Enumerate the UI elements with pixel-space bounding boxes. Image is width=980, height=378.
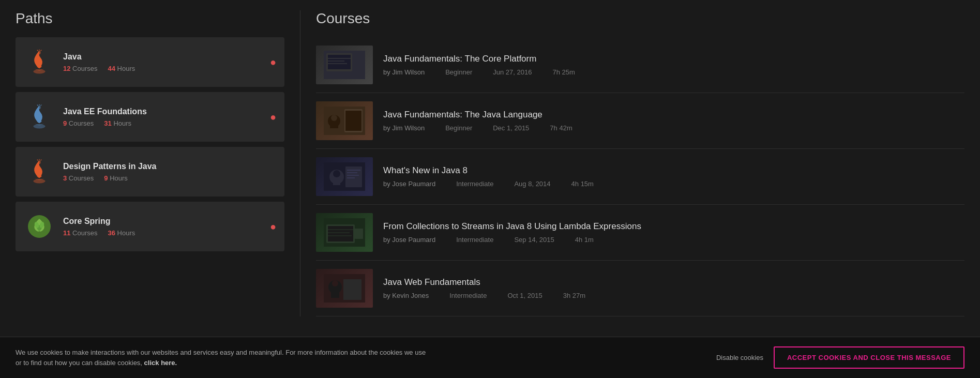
svg-line-8 [37, 105, 38, 106]
course-thumbnail-java3 [316, 157, 373, 196]
svg-point-6 [38, 105, 41, 109]
svg-line-14 [41, 160, 42, 161]
svg-point-1 [38, 51, 41, 54]
course-info-java3: What's New in Java 8 by Jose Paumard Int… [383, 165, 964, 188]
javaee-path-name: Java EE Foundations [63, 107, 270, 116]
path-item-core-spring[interactable]: Core Spring 11 Courses 36 Hours ● [16, 202, 284, 251]
svg-rect-20 [328, 55, 351, 69]
svg-point-48 [332, 280, 338, 286]
svg-rect-33 [333, 180, 340, 185]
course-info-java5: Java Web Fundamentals by Kevin Jones Int… [383, 277, 964, 299]
course-thumbnail-java5 [316, 269, 373, 308]
core-spring-path-meta: 11 Courses 36 Hours [63, 229, 270, 237]
java-path-bookmark[interactable]: ● [270, 56, 276, 68]
svg-rect-50 [343, 279, 361, 300]
svg-rect-26 [345, 111, 361, 131]
cookie-actions: Disable cookies ACCEPT COOKIES AND CLOSE… [716, 346, 964, 369]
svg-line-9 [41, 105, 42, 106]
design-patterns-path-meta: 3 Courses 9 Hours [63, 174, 276, 182]
design-patterns-path-name: Design Patterns in Java [63, 162, 276, 171]
design-patterns-path-icon [24, 156, 55, 187]
course-title-java5: Java Web Fundamentals [383, 277, 964, 288]
courses-panel: Courses Java Fundamentals: The Core Plat… [300, 10, 980, 316]
svg-rect-45 [355, 229, 363, 239]
course-title-java4: From Collections to Streams in Java 8 Us… [383, 221, 964, 232]
course-title-java1: Java Fundamentals: The Core Platform [383, 54, 964, 64]
cookie-link[interactable]: click here. [144, 359, 177, 367]
course-info-java4: From Collections to Streams in Java 8 Us… [383, 221, 964, 244]
cookie-text: We use cookies to make interactions with… [16, 347, 429, 368]
paths-panel: Paths Java 12 Courses 44 [0, 10, 300, 316]
svg-point-32 [333, 170, 340, 177]
course-info-java2: Java Fundamentals: The Java Language by … [383, 110, 964, 132]
courses-section-title: Courses [316, 10, 964, 27]
core-spring-path-bookmark[interactable]: ● [270, 221, 276, 233]
cookie-banner: We use cookies to make interactions with… [0, 337, 980, 378]
course-thumbnail-java4 [316, 213, 373, 252]
svg-point-11 [38, 160, 41, 164]
core-spring-path-icon [24, 211, 55, 242]
javaee-path-icon [24, 101, 55, 132]
course-item-java-fundamentals-core[interactable]: Java Fundamentals: The Core Platform by … [316, 37, 964, 93]
javaee-path-meta: 9 Courses 31 Hours [63, 119, 270, 127]
svg-rect-41 [328, 226, 353, 241]
course-meta-java4: by Jose Paumard Intermediate Sep 14, 201… [383, 236, 964, 244]
course-info-java1: Java Fundamentals: The Core Platform by … [383, 54, 964, 76]
java-path-info: Java 12 Courses 44 Hours [63, 52, 270, 72]
path-item-javaee[interactable]: Java EE Foundations 9 Courses 31 Hours ● [16, 92, 284, 142]
svg-line-3 [37, 50, 38, 51]
course-thumbnail-java1 [316, 46, 373, 84]
path-item-java[interactable]: Java 12 Courses 44 Hours ● [16, 37, 284, 87]
design-patterns-path-info: Design Patterns in Java 3 Courses 9 Hour… [63, 162, 276, 182]
course-meta-java1: by Jim Wilson Beginner Jun 27, 2016 7h 2… [383, 68, 964, 76]
core-spring-path-name: Core Spring [63, 217, 270, 226]
java-path-icon [24, 47, 55, 78]
course-title-java3: What's New in Java 8 [383, 165, 964, 176]
disable-cookies-button[interactable]: Disable cookies [716, 354, 763, 361]
course-thumbnail-java2 [316, 101, 373, 140]
course-item-java-web[interactable]: Java Web Fundamentals by Kevin Jones Int… [316, 261, 964, 316]
javaee-path-bookmark[interactable]: ● [270, 111, 276, 123]
paths-section-title: Paths [16, 10, 284, 27]
course-item-collections-streams[interactable]: From Collections to Streams in Java 8 Us… [316, 205, 964, 261]
svg-line-4 [41, 50, 42, 51]
core-spring-path-info: Core Spring 11 Courses 36 Hours [63, 217, 270, 237]
path-item-design-patterns[interactable]: Design Patterns in Java 3 Courses 9 Hour… [16, 147, 284, 196]
course-meta-java2: by Jim Wilson Beginner Dec 1, 2015 7h 42… [383, 124, 964, 132]
accept-cookies-button[interactable]: ACCEPT COOKIES AND CLOSE THIS MESSAGE [774, 346, 964, 369]
course-item-java-fundamentals-lang[interactable]: Java Fundamentals: The Java Language by … [316, 93, 964, 149]
svg-point-28 [331, 115, 337, 121]
course-meta-java3: by Jose Paumard Intermediate Aug 8, 2014… [383, 180, 964, 188]
svg-line-13 [37, 160, 38, 161]
svg-rect-49 [331, 291, 339, 298]
course-meta-java5: by Kevin Jones Intermediate Oct 1, 2015 … [383, 292, 964, 299]
svg-rect-29 [330, 123, 338, 128]
course-title-java2: Java Fundamentals: The Java Language [383, 110, 964, 120]
svg-rect-34 [345, 167, 362, 187]
java-path-name: Java [63, 52, 270, 62]
java-path-meta: 12 Courses 44 Hours [63, 65, 270, 72]
course-item-whats-new-java8[interactable]: What's New in Java 8 by Jose Paumard Int… [316, 149, 964, 205]
javaee-path-info: Java EE Foundations 9 Courses 31 Hours [63, 107, 270, 127]
